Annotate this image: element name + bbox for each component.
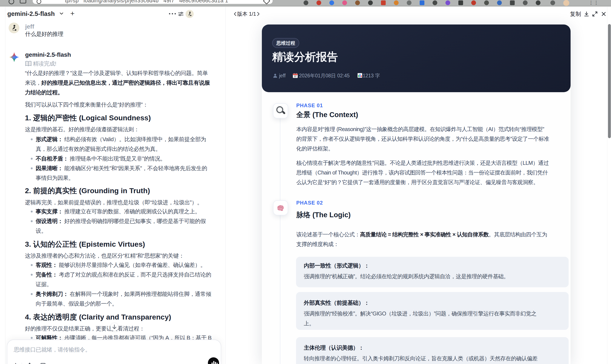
svg-text:17: 17 — [294, 75, 297, 78]
